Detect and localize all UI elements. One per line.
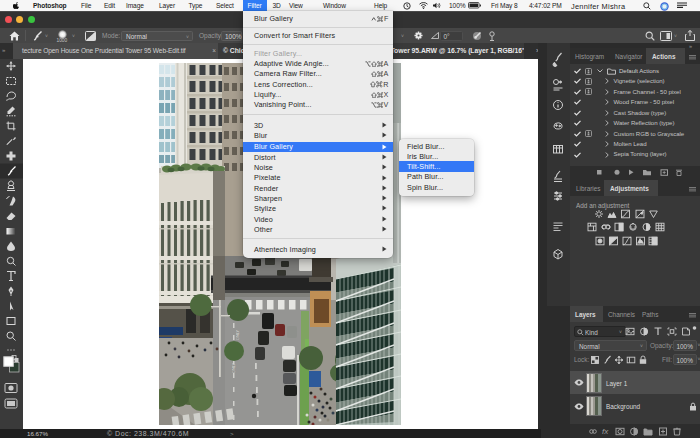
svg-text:ONLY: ONLY — [232, 362, 236, 373]
svg-text:fx: fx — [602, 427, 609, 436]
svg-text:ONLY: ONLY — [236, 329, 240, 340]
